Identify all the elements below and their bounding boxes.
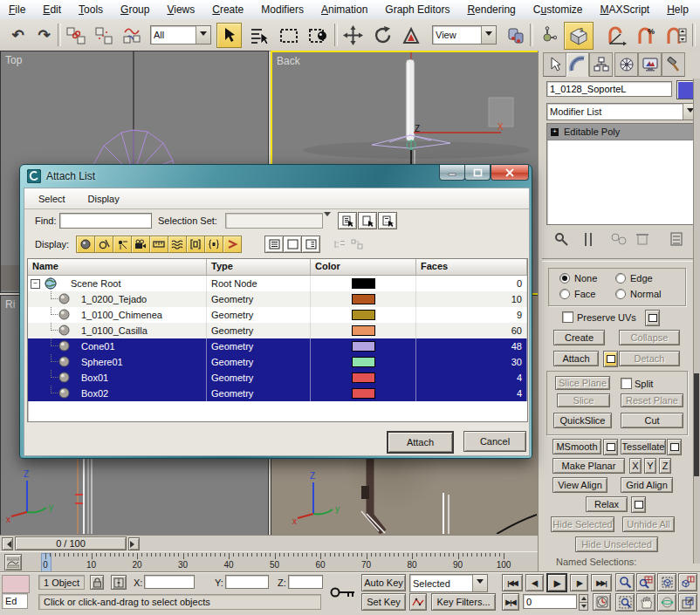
- grid-align-button[interactable]: Grid Align: [621, 477, 673, 493]
- radio-normal-label[interactable]: Normal: [630, 289, 661, 299]
- split-checkbox[interactable]: [621, 378, 632, 389]
- bind-to-space-warp-button[interactable]: [119, 23, 144, 48]
- menu-tools[interactable]: Tools: [72, 2, 110, 17]
- select-and-move-button[interactable]: [340, 23, 366, 48]
- spinner-up-icon[interactable]: [579, 594, 588, 603]
- selection-filter-dropdown[interactable]: All: [150, 25, 211, 44]
- table-row[interactable]: −Scene RootRoot Node0: [28, 276, 527, 291]
- select-object-button[interactable]: [216, 23, 242, 48]
- dialog-title-bar[interactable]: Attach List: [20, 165, 532, 188]
- select-by-name-button[interactable]: [246, 23, 271, 48]
- dialog-menu-select[interactable]: Select: [30, 191, 74, 207]
- column-name[interactable]: Name: [28, 259, 207, 275]
- dialog-menu-display[interactable]: Display: [79, 191, 128, 207]
- slice-button[interactable]: Slice: [557, 393, 610, 407]
- table-row[interactable]: 1_0100_CasillaGeometry60: [28, 323, 527, 338]
- slice-plane-button[interactable]: Slice Plane: [555, 376, 610, 390]
- hide-selected-button[interactable]: Hide Selected: [551, 516, 614, 532]
- window-crossing-toggle-button[interactable]: [305, 23, 331, 48]
- dropdown-arrow-icon[interactable]: [324, 216, 331, 227]
- relax-settings-button[interactable]: [631, 496, 646, 513]
- display-toggle-geometry[interactable]: [76, 236, 95, 253]
- display-invert-button[interactable]: [301, 236, 320, 253]
- quickslice-button[interactable]: QuickSlice: [553, 413, 612, 428]
- relax-button[interactable]: Relax: [586, 496, 628, 512]
- time-slider-prev-button[interactable]: [2, 537, 13, 550]
- next-frame-button[interactable]: |▶: [570, 574, 588, 591]
- dialog-selection-set-dropdown[interactable]: [225, 213, 323, 229]
- minimize-button[interactable]: [439, 165, 465, 181]
- radio-none-label[interactable]: None: [574, 273, 597, 284]
- time-configuration-button[interactable]: [593, 593, 611, 611]
- unlink-selection-button[interactable]: [91, 23, 116, 48]
- track-bar[interactable]: 0102030405060708090100: [0, 551, 538, 572]
- play-button[interactable]: ▶: [546, 573, 567, 592]
- radio-normal[interactable]: [615, 289, 626, 299]
- viewport-right-label[interactable]: Ri: [5, 298, 15, 311]
- display-toggle-lights[interactable]: [113, 236, 132, 253]
- previous-frame-button[interactable]: ◀|: [525, 574, 544, 591]
- angle-snap-toggle-button[interactable]: [603, 23, 628, 48]
- detach-button[interactable]: Detach: [619, 351, 680, 366]
- display-influences-button[interactable]: [348, 236, 365, 251]
- make-planar-y-button[interactable]: Y: [644, 458, 656, 474]
- default-in-out-tangents-button[interactable]: [409, 593, 427, 611]
- stack-expand-icon[interactable]: +: [551, 128, 559, 136]
- use-pivot-point-center-button[interactable]: [503, 23, 528, 48]
- menu-modifiers[interactable]: Modifiers: [254, 2, 311, 17]
- table-row[interactable]: Sphere01Geometry30: [28, 354, 527, 370]
- object-name-field[interactable]: [546, 81, 672, 97]
- menu-edit[interactable]: Edit: [36, 2, 68, 17]
- menu-animation[interactable]: Animation: [314, 2, 374, 17]
- display-all-button[interactable]: [264, 236, 284, 253]
- go-to-end-button[interactable]: ▶▶|: [591, 574, 612, 591]
- menu-graph-editors[interactable]: Graph Editors: [378, 2, 456, 17]
- zoom-all-button[interactable]: [636, 573, 655, 591]
- table-row[interactable]: Cone01Geometry48: [28, 338, 527, 354]
- menu-file[interactable]: File: [2, 2, 32, 17]
- tab-utilities[interactable]: [662, 52, 685, 77]
- attach-button[interactable]: Attach: [553, 351, 599, 366]
- macro-recorder-pane[interactable]: [2, 575, 30, 593]
- radio-edge-label[interactable]: Edge: [630, 273, 653, 284]
- close-button[interactable]: [491, 165, 529, 181]
- table-header[interactable]: Name Type Color Faces: [28, 259, 527, 276]
- view-align-button[interactable]: View Align: [552, 477, 607, 493]
- table-row[interactable]: Box02Geometry4: [28, 386, 527, 401]
- table-row[interactable]: 1_0100_ChimeneaGeometry9: [28, 307, 527, 323]
- column-faces[interactable]: Faces: [416, 259, 527, 275]
- display-toggle-helpers[interactable]: [149, 236, 168, 253]
- menu-views[interactable]: Views: [160, 2, 202, 17]
- selection-set-dropdown[interactable]: Selected: [409, 574, 488, 592]
- hide-unselected-button[interactable]: Hide Unselected: [575, 536, 658, 552]
- reset-plane-button[interactable]: Reset Plane: [621, 393, 683, 407]
- tessellate-settings-button[interactable]: [667, 439, 682, 455]
- key-mode-toggle-button[interactable]: ▶|◀: [502, 593, 519, 611]
- time-slider-next-button[interactable]: [128, 537, 140, 550]
- menu-rendering[interactable]: Rendering: [460, 2, 522, 17]
- make-planar-button[interactable]: Make Planar: [552, 458, 625, 474]
- maximize-viewport-toggle-button[interactable]: [678, 593, 697, 612]
- display-toggle-space-warps[interactable]: [168, 236, 187, 253]
- rectangular-selection-region-button[interactable]: [276, 23, 301, 48]
- tree-collapse-icon[interactable]: −: [31, 279, 40, 289]
- attach-list-settings-button[interactable]: [603, 351, 618, 367]
- select-none-button[interactable]: [358, 212, 377, 229]
- x-coord-field[interactable]: [144, 575, 195, 589]
- select-all-button[interactable]: [338, 212, 357, 229]
- reference-coordinate-system-dropdown[interactable]: View: [432, 25, 497, 44]
- find-input[interactable]: [59, 213, 152, 229]
- unhide-all-button[interactable]: Unhide All: [622, 516, 675, 532]
- pan-button[interactable]: [636, 593, 655, 612]
- zoom-button[interactable]: [615, 573, 635, 591]
- select-and-link-button[interactable]: [63, 23, 88, 48]
- column-color[interactable]: Color: [311, 259, 416, 275]
- select-and-scale-button[interactable]: [398, 23, 423, 48]
- zoom-region-button[interactable]: [615, 593, 635, 612]
- dialog-cancel-button[interactable]: Cancel: [463, 431, 526, 452]
- panel-scrollbar[interactable]: [693, 79, 700, 564]
- msmooth-settings-button[interactable]: [603, 439, 618, 455]
- display-toggle-xrefs[interactable]: [204, 236, 223, 253]
- y-coord-field[interactable]: [225, 575, 269, 589]
- maxscript-mini-listener[interactable]: Ed: [2, 593, 28, 609]
